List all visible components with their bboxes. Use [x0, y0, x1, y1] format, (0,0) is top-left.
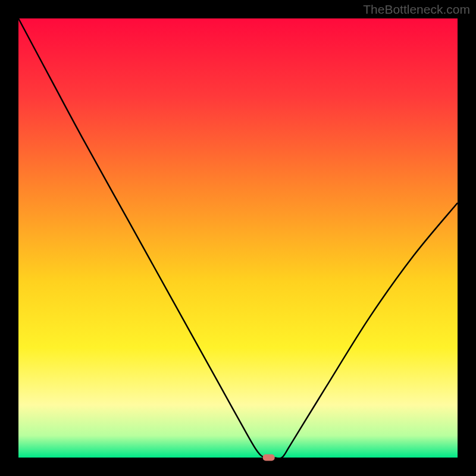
chart-root: TheBottleneck.com: [0, 0, 476, 476]
optimal-marker: [263, 455, 275, 461]
chart-canvas: [0, 0, 476, 476]
watermark-text: TheBottleneck.com: [363, 2, 470, 17]
plot-background: [18, 18, 458, 458]
